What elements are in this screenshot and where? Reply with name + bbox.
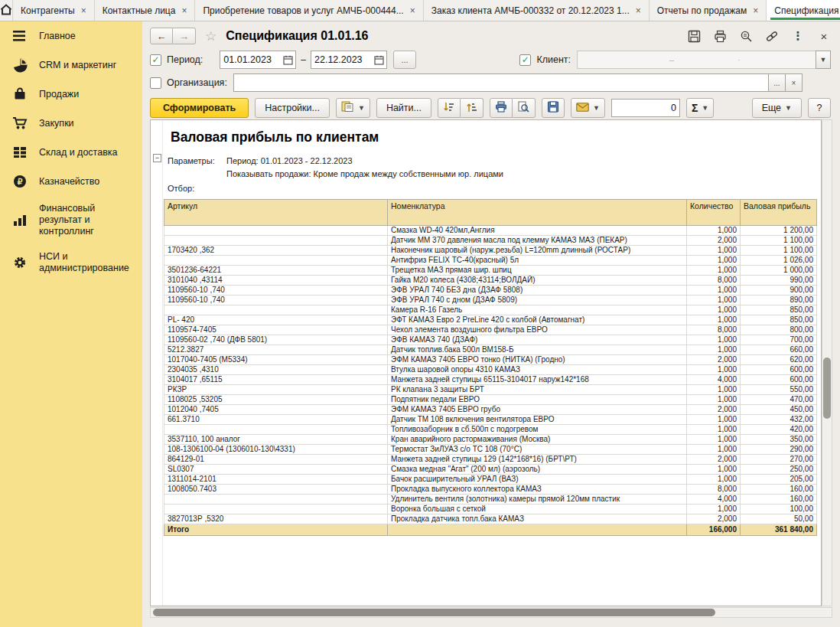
total-row[interactable]: Итого 166,000 361 840,00	[164, 524, 817, 536]
table-row[interactable]: 1008050.7403 Прокладка выпускного коллек…	[164, 485, 817, 495]
tab[interactable]: Приобретение товаров и услуг АМЧБ-000444…	[195, 0, 423, 21]
print-button[interactable]	[490, 98, 513, 118]
preview-icon	[517, 101, 529, 115]
client-checkbox[interactable]: ✓	[519, 54, 531, 66]
sidebar-item[interactable]: CRM и маркетинг	[0, 51, 142, 80]
sidebar-item[interactable]: НСИ и администрирование	[0, 244, 142, 281]
organization-clear-button[interactable]: ×	[786, 73, 803, 92]
tab-close-icon[interactable]: ×	[410, 6, 415, 15]
table-row[interactable]: 1012040 ,7405 ЭФМ КАМАЗ 7405 ЕВРО грубо …	[164, 405, 817, 415]
cell-profit: 432,00	[741, 415, 817, 425]
send-email-button[interactable]: ▼	[571, 98, 605, 118]
cell-articul	[164, 425, 388, 435]
tab[interactable]: Спецификация 01.01.16 ×	[767, 0, 840, 21]
table-row[interactable]: 2304035 ,4310 Втулка шаровой опоры 4310 …	[164, 365, 817, 375]
tab-close-icon[interactable]: ×	[753, 6, 758, 15]
table-row[interactable]: Смазка WD-40 420мл,Англия 1,000 1 200,00	[164, 226, 817, 236]
expand-groups-button[interactable]	[438, 98, 461, 118]
table-row[interactable]: 108-1306100-04 (1306010-130\4331) Термос…	[164, 445, 817, 455]
save-result-button[interactable]	[542, 98, 565, 118]
autosum-field[interactable]	[611, 99, 680, 117]
cell-quantity: 8,000	[687, 276, 741, 286]
tab[interactable]: Отчеты по продажам ×	[650, 0, 767, 21]
table-row[interactable]: SL0307 Смазка медная "Агат" (200 мл) (аэ…	[164, 465, 817, 475]
table-row[interactable]: Антифриз FELIX ТС-40(красный) 5л 1,000 1…	[164, 256, 817, 266]
table-row[interactable]: 661.3710 Датчик ТМ 108 включения вентиля…	[164, 415, 817, 425]
horizontal-scrollbar-thumb[interactable]	[153, 609, 715, 616]
table-row[interactable]: 864129-01 Манжета задней ступицы 129 (14…	[164, 455, 817, 465]
more-button[interactable]: Еще ▼	[752, 98, 802, 118]
horizontal-scrollbar[interactable]	[150, 607, 832, 618]
help-button[interactable]: ?	[808, 98, 831, 118]
preview-icon[interactable]	[739, 29, 753, 43]
tab-close-icon[interactable]: ×	[81, 6, 86, 15]
table-row[interactable]: Камера R-16 Газель 1,000 850,00	[164, 305, 817, 315]
table-row[interactable]: 5212.3827 Датчик топлив.бака 500л ВМ158-…	[164, 345, 817, 355]
cell-profit: 890,00	[741, 296, 817, 305]
generate-button[interactable]: Сформировать	[150, 98, 249, 118]
more-menu-icon[interactable]: ⋮	[791, 29, 805, 43]
organization-more-button[interactable]: ...	[769, 73, 786, 92]
collapse-group-button[interactable]: −	[153, 154, 161, 162]
settings-button[interactable]: Настройки...	[255, 98, 330, 118]
sum-button[interactable]: Σ ▼	[686, 98, 714, 118]
table-row[interactable]: 1703420 ,362 Наконечник шаровый (наруж.р…	[164, 246, 817, 256]
table-row[interactable]: Топливозаборник в сб.500п с подогревом 1…	[164, 425, 817, 435]
table-row[interactable]: 1109560-10 ,740 ЭФВ УРАЛ 740 с дном (ДЗА…	[164, 296, 817, 305]
save-icon[interactable]	[687, 29, 701, 43]
favorite-star-icon[interactable]: ☆	[205, 28, 217, 44]
table-row[interactable]: 3501236-64221 Трещетка МАЗ прямая шир. ш…	[164, 266, 817, 276]
table-row[interactable]: 1109560-02 ,740 (ДФВ 5801) ЭФВ КАМАЗ 740…	[164, 335, 817, 345]
cell-quantity: 1,000	[687, 345, 741, 355]
table-row[interactable]: 1017040-7405 (М5334) ЭФМ КАМАЗ 7405 ЕВРО…	[164, 355, 817, 365]
tab[interactable]: Заказ клиента АМЧБ-000332 от 20.12.2023 …	[424, 0, 650, 21]
cell-articul: 1109560-10 ,740	[164, 296, 388, 305]
table-row[interactable]: 1108025 ,53205 Подпятник педали ЕВРО 1,0…	[164, 395, 817, 405]
back-button[interactable]: ←	[150, 28, 173, 44]
period-variants-button[interactable]: ...	[393, 51, 416, 69]
sidebar-item[interactable]: Главное	[0, 21, 142, 51]
calendar-icon[interactable]	[281, 53, 295, 67]
tab-close-icon[interactable]: ×	[636, 6, 641, 15]
vertical-scrollbar-thumb[interactable]	[823, 358, 831, 419]
calendar-icon[interactable]	[372, 53, 386, 67]
table-row[interactable]: PL- 420 ЭФТ КАМАЗ Евро 2 PreLine 420 с к…	[164, 315, 817, 325]
report-variants-button[interactable]: ▼	[336, 98, 370, 118]
client-dropdown-icon[interactable]: ▼	[816, 51, 831, 69]
tab-strip: Контрагенты × Контактные лица × Приобрет…	[13, 0, 840, 21]
table-row[interactable]: Воронка большая с сеткой 1,000 100,00	[164, 505, 817, 514]
tab-close-icon[interactable]: ×	[181, 6, 187, 15]
sidebar-item[interactable]: ₽ Казначейство	[0, 167, 142, 196]
vertical-scrollbar[interactable]	[822, 119, 832, 606]
table-row[interactable]: 1109574-7405 Чехол элемента воздушного ф…	[164, 325, 817, 335]
table-row[interactable]: 3101040 ,43114 Гайка М20 колеса (4308;43…	[164, 276, 817, 286]
find-button[interactable]: Найти...	[376, 98, 431, 118]
organization-checkbox[interactable]	[150, 77, 161, 89]
period-checkbox[interactable]: ✓	[150, 54, 161, 66]
sidebar-item[interactable]: Склад и доставка	[0, 138, 142, 167]
table-row[interactable]: 1311014-2101 Бачок расширительный УРАЛ (…	[164, 475, 817, 485]
link-icon[interactable]	[765, 29, 779, 43]
sidebar-item[interactable]: Продажи	[0, 80, 142, 109]
forward-button[interactable]: →	[173, 28, 196, 44]
tab[interactable]: Контактные лица ×	[95, 0, 196, 21]
client-input[interactable]: – ·	[577, 51, 816, 69]
table-row[interactable]: РКЗР РК клапана 3 защиты БРТ 1,000 550,0…	[164, 385, 817, 395]
sidebar-item[interactable]: Финансовый результат и контроллинг	[0, 196, 142, 244]
table-row[interactable]: Удлинитель вентиля (золотника) камеры пр…	[164, 495, 817, 505]
preview-button[interactable]	[513, 98, 536, 118]
table-row[interactable]: 1109560-10 ,740 ЭФВ УРАЛ 740 БЕЗ дна (ДЗ…	[164, 286, 817, 296]
sidebar-item[interactable]: Закупки	[0, 109, 142, 138]
tab[interactable]: Контрагенты ×	[13, 0, 95, 21]
close-window-icon[interactable]: ×	[817, 29, 831, 43]
home-button[interactable]	[0, 0, 13, 21]
collapse-groups-button[interactable]	[461, 98, 483, 118]
sidebar-item-label: НСИ и администрирование	[39, 251, 136, 274]
table-row[interactable]: Датчик ММ 370 давления масла под клемму …	[164, 236, 817, 246]
sidebar-item-label: Главное	[39, 31, 76, 42]
organization-input[interactable]	[233, 73, 769, 92]
print-icon[interactable]	[713, 29, 727, 43]
table-row[interactable]: 3827013Р ,5320 Прокладка датчика топл.ба…	[164, 514, 817, 524]
table-row[interactable]: 3104017 ,65115 Манжета задней ступицы 65…	[164, 375, 817, 385]
table-row[interactable]: 3537110, 100 аналог Кран аварийного раст…	[164, 435, 817, 445]
